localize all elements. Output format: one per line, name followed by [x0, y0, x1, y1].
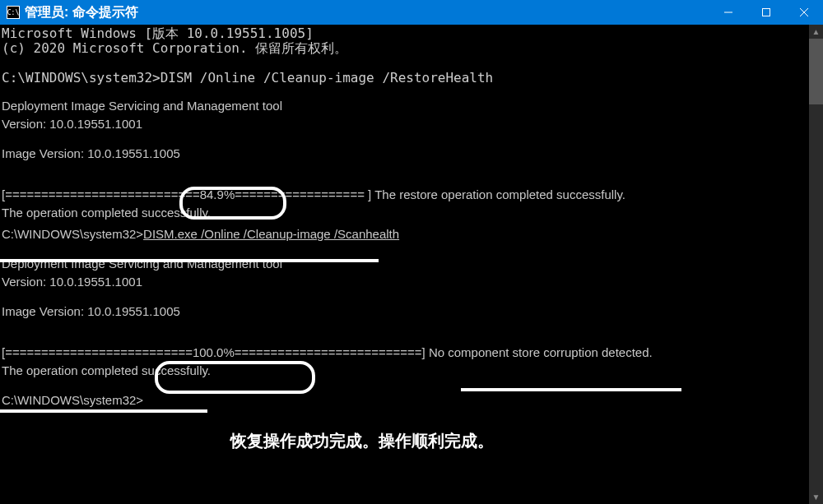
scrollbar[interactable]: ▲ ▼ [809, 25, 823, 504]
banner-line-1: Microsoft Windows [版本 10.0.19551.1005] [2, 26, 809, 41]
minimize-icon [724, 8, 732, 16]
scroll-track[interactable] [809, 39, 823, 490]
cmd-icon: C:\ [7, 6, 20, 19]
close-icon [800, 8, 808, 16]
window-title: 管理员: 命令提示符 [25, 4, 709, 21]
dism-title-2: Deployment Image Servicing and Managemen… [2, 255, 809, 273]
prompt-command-2: DISM.exe /Online /Cleanup-image /Scanhea… [143, 227, 399, 241]
terminal-wrap: Microsoft Windows [版本 10.0.19551.1005] (… [0, 25, 823, 504]
prompt-path-2: C:\WINDOWS\system32> [2, 227, 143, 241]
dism-version-2: Version: 10.0.19551.1001 [2, 273, 809, 291]
op-completed-2: The operation completed successfully. [2, 362, 809, 380]
terminal-content[interactable]: Microsoft Windows [版本 10.0.19551.1005] (… [0, 25, 809, 504]
close-button[interactable] [785, 0, 823, 25]
prompt-line-1: C:\WINDOWS\system32>DISM /Online /Cleanu… [2, 71, 809, 86]
op-completed-1: The operation completed successfully. [2, 204, 809, 222]
window-titlebar: C:\ 管理员: 命令提示符 [0, 0, 823, 25]
image-version-2: Image Version: 10.0.19551.1005 [2, 303, 809, 321]
image-version-1: Image Version: 10.0.19551.1005 [2, 145, 809, 163]
dism-version-1: Version: 10.0.19551.1001 [2, 115, 809, 133]
prompt-path: C:\WINDOWS\system32> [2, 70, 160, 86]
blank-line [2, 56, 809, 71]
progress-tail-1: ============== ] The restore operation c… [263, 187, 625, 201]
minimize-button[interactable] [709, 0, 747, 25]
dism-title-1: Deployment Image Servicing and Managemen… [2, 97, 809, 115]
svg-rect-1 [763, 9, 770, 16]
progress-percent-1: [===========================84.9%==== [2, 187, 263, 201]
prompt-command: DISM /Online /Cleanup-image /RestoreHeal… [160, 70, 494, 86]
prompt-line-3: C:\WINDOWS\system32> [2, 391, 809, 409]
maximize-button[interactable] [747, 0, 785, 25]
window-buttons [709, 0, 823, 25]
progress-percent-2: [==========================100.0%======= [2, 345, 285, 359]
prompt-line-2: C:\WINDOWS\system32>DISM.exe /Online /Cl… [2, 225, 809, 243]
progress-line-1: [===========================84.9%=======… [2, 186, 809, 204]
progress-line-2: [==========================100.0%=======… [2, 344, 809, 362]
scroll-up-arrow[interactable]: ▲ [809, 25, 823, 39]
scroll-down-arrow[interactable]: ▼ [809, 490, 823, 504]
annotation-underline-op [0, 409, 207, 413]
progress-tail-2: ===================] No component store … [285, 345, 653, 359]
scroll-thumb[interactable] [809, 39, 823, 104]
maximize-icon [762, 8, 770, 16]
banner-line-2: (c) 2020 Microsoft Corporation. 保留所有权利。 [2, 41, 809, 56]
annotation-text: 恢复操作成功完成。操作顺利完成。 [230, 430, 494, 452]
